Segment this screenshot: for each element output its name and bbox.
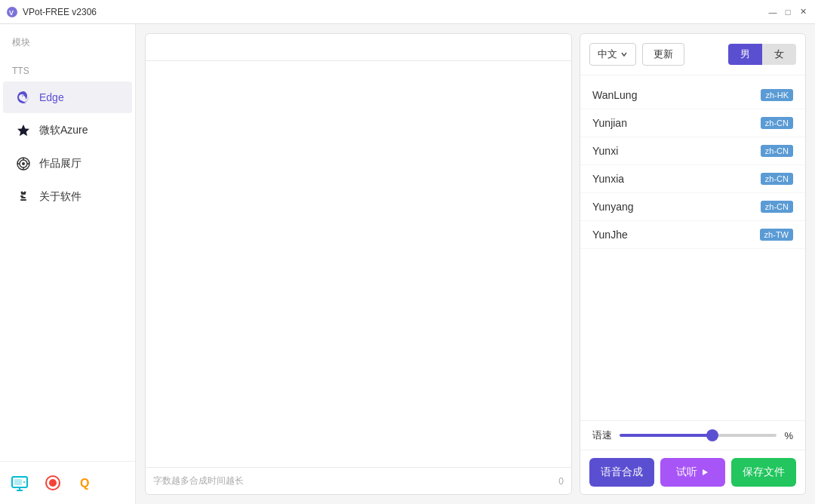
speed-slider[interactable] [620, 434, 777, 437]
sidebar-item-edge[interactable]: Edge [3, 81, 132, 113]
tv-icon-btn[interactable] [8, 471, 32, 495]
text-toolbar [146, 34, 571, 61]
svg-point-20 [23, 481, 25, 483]
lang-label: 中文 [598, 48, 617, 61]
voice-tag: zh-CN [761, 201, 793, 213]
maximize-button[interactable]: □ [782, 6, 794, 18]
sidebar-item-azure[interactable]: 微软Azure [3, 115, 132, 146]
text-panel: 字数越多合成时间越长 0 [145, 33, 572, 495]
text-hint: 字数越多合成时间越长 [153, 475, 244, 487]
voice-name: Yunyang [592, 201, 634, 213]
voice-tag: zh-HK [761, 89, 793, 101]
voice-tag: zh-TW [760, 229, 793, 241]
app-icon: V [6, 6, 18, 18]
play-icon [700, 468, 709, 477]
svg-marker-2 [17, 124, 29, 136]
content-area: 字数越多合成时间越长 0 中文 更新 男 [136, 24, 815, 504]
app-title: V VPot-FREE v2306 [6, 6, 97, 18]
q-icon-btn[interactable]: Q [74, 471, 98, 495]
action-bar: 语音合成 试听 保存文件 [580, 450, 805, 494]
svg-text:Q: Q [80, 477, 89, 490]
azure-label: 微软Azure [39, 124, 88, 137]
save-button[interactable]: 保存文件 [731, 458, 796, 487]
edge-icon [15, 89, 32, 106]
text-count: 0 [558, 476, 564, 487]
text-footer: 字数越多合成时间越长 0 [146, 467, 571, 494]
chevron-down-icon [620, 51, 628, 58]
sidebar: 模块 TTS Edge 微软Azure [0, 24, 136, 504]
voice-top: 中文 更新 男 女 [580, 34, 805, 75]
voice-item[interactable]: Yunxi zh-CN [580, 137, 805, 165]
voice-tag: zh-CN [761, 145, 793, 157]
svg-rect-19 [14, 479, 22, 485]
update-button[interactable]: 更新 [642, 43, 684, 66]
voice-name: Yunxi [592, 145, 618, 157]
voice-list: WanLung zh-HK Yunjian zh-CN Yunxi zh-CN … [580, 75, 805, 420]
voice-tag: zh-CN [761, 117, 793, 129]
gender-group: 男 女 [728, 44, 796, 65]
speed-control: 语速 % [580, 420, 805, 450]
voice-tag: zh-CN [761, 173, 793, 185]
voice-item[interactable]: WanLung zh-HK [580, 81, 805, 109]
svg-text:V: V [9, 9, 14, 17]
right-panel: 中文 更新 男 女 WanLung zh-HK [580, 33, 806, 495]
voice-name: Yunxia [592, 173, 624, 185]
minimize-button[interactable]: — [767, 6, 779, 18]
tts-label: TTS [0, 54, 135, 81]
speed-percent: % [784, 430, 793, 441]
close-button[interactable]: ✕ [797, 6, 809, 18]
voice-item[interactable]: Yunxia zh-CN [580, 165, 805, 193]
speed-label: 语速 [592, 429, 612, 442]
sidebar-bottom: Q [0, 461, 135, 504]
modules-label: 模块 [0, 24, 135, 54]
main-layout: 模块 TTS Edge 微软Azure [0, 24, 815, 504]
female-button[interactable]: 女 [762, 44, 796, 65]
preview-button[interactable]: 试听 [660, 458, 725, 487]
svg-rect-13 [20, 199, 26, 201]
window-controls: — □ ✕ [767, 6, 809, 18]
svg-point-5 [22, 162, 25, 165]
sidebar-item-gallery[interactable]: 作品展厅 [3, 148, 132, 180]
voice-name: WanLung [592, 89, 637, 101]
svg-rect-12 [21, 197, 26, 198]
about-label: 关于软件 [39, 190, 82, 204]
center-right: 字数越多合成时间越长 0 中文 更新 男 [145, 33, 806, 495]
gallery-icon [15, 155, 32, 172]
lang-dropdown[interactable]: 中文 [589, 43, 636, 66]
star-icon [15, 122, 32, 139]
info-icon [15, 189, 32, 205]
gallery-label: 作品展厅 [39, 157, 82, 171]
synth-button[interactable]: 语音合成 [589, 458, 654, 487]
preview-label: 试听 [676, 466, 697, 479]
svg-point-14 [21, 192, 23, 194]
svg-marker-24 [703, 469, 708, 475]
edge-label: Edge [39, 91, 64, 103]
svg-rect-11 [20, 195, 23, 197]
record-icon-btn[interactable] [41, 471, 65, 495]
svg-point-15 [24, 192, 26, 194]
voice-item[interactable]: YunJhe zh-TW [580, 221, 805, 249]
text-editor[interactable] [146, 61, 571, 467]
sidebar-item-about[interactable]: 关于软件 [3, 181, 132, 213]
voice-item[interactable]: Yunjian zh-CN [580, 109, 805, 137]
title-bar: V VPot-FREE v2306 — □ ✕ [0, 0, 815, 24]
voice-item[interactable]: Yunyang zh-CN [580, 193, 805, 221]
voice-name: Yunjian [592, 117, 627, 129]
svg-point-22 [49, 479, 57, 487]
voice-name: YunJhe [592, 229, 628, 241]
male-button[interactable]: 男 [728, 44, 762, 65]
